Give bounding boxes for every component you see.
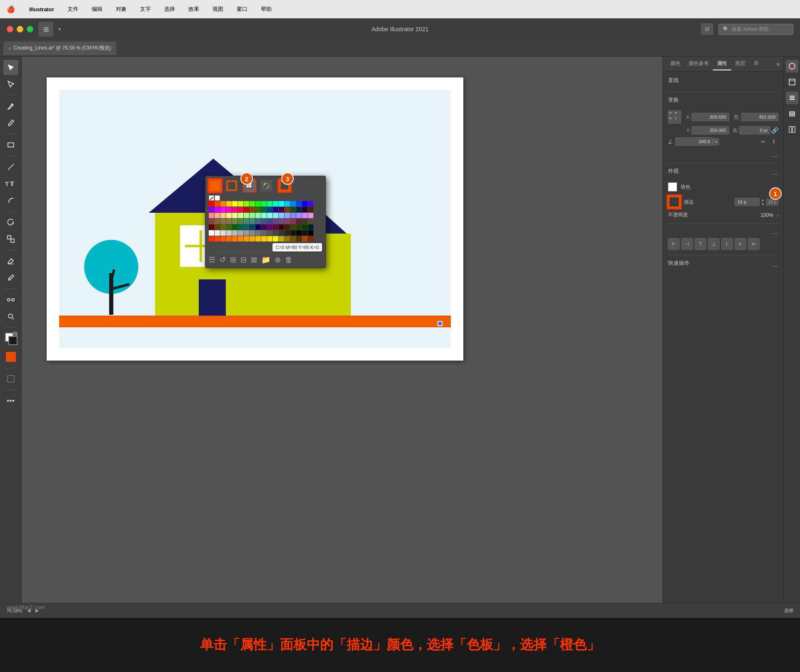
color-cell[interactable] bbox=[273, 213, 278, 218]
rotate-tool[interactable] bbox=[3, 215, 18, 230]
align-right-btn[interactable]: ⊤ bbox=[695, 238, 706, 250]
color-cell[interactable] bbox=[296, 219, 302, 224]
constrain-proportions-icon[interactable]: 🔗 bbox=[771, 127, 778, 134]
app-name[interactable]: Illustrator bbox=[27, 5, 57, 13]
x-input[interactable] bbox=[692, 113, 729, 121]
color-cell[interactable] bbox=[255, 219, 261, 224]
artboard-tool[interactable] bbox=[3, 371, 18, 386]
popup-selected-color-wrapper[interactable]: 3 bbox=[279, 180, 290, 192]
menu-file[interactable]: 文件 bbox=[65, 5, 81, 14]
align-bottom-btn[interactable]: ⊧ bbox=[735, 238, 746, 250]
color-cell[interactable] bbox=[267, 224, 272, 230]
color-cell[interactable] bbox=[244, 219, 249, 224]
color-cell[interactable] bbox=[308, 236, 313, 241]
color-swatches[interactable]: ↕ bbox=[3, 331, 18, 346]
color-cell[interactable] bbox=[285, 207, 290, 212]
swatches-popup[interactable]: 2 3 C=0 M=80 Y=95 K=0 ☰ ↺ ⊞ ⊟ ⊠ 📁 ⊕ 🗑 bbox=[205, 176, 326, 268]
color-cell[interactable] bbox=[226, 201, 232, 207]
color-cell[interactable] bbox=[267, 207, 272, 212]
menu-text[interactable]: 文字 bbox=[138, 5, 153, 14]
color-cell[interactable] bbox=[285, 201, 290, 207]
lib-add-btn[interactable]: ⊞ bbox=[230, 255, 236, 264]
popup-stroke-color[interactable] bbox=[226, 180, 237, 191]
minimize-button[interactable] bbox=[17, 26, 23, 32]
tab-creating-lines[interactable]: × Creating_Lines.ai* @ 76.58 % (CMYK/预览) bbox=[3, 42, 116, 55]
color-cell[interactable] bbox=[232, 230, 238, 236]
align-center-h-btn[interactable]: ⊣ bbox=[681, 238, 693, 250]
color-cell[interactable] bbox=[290, 224, 296, 230]
color-cell[interactable] bbox=[285, 219, 290, 224]
color-cell[interactable] bbox=[220, 230, 226, 236]
color-cell[interactable] bbox=[273, 219, 278, 224]
color-cell[interactable] bbox=[215, 236, 220, 241]
color-cell[interactable] bbox=[209, 219, 214, 224]
menu-effect[interactable]: 效果 bbox=[186, 5, 202, 14]
color-cell[interactable] bbox=[308, 224, 313, 230]
color-cell[interactable] bbox=[267, 213, 272, 218]
color-cell[interactable] bbox=[209, 201, 214, 207]
color-cell[interactable] bbox=[220, 207, 226, 212]
color-cell[interactable] bbox=[209, 224, 214, 230]
color-cell[interactable] bbox=[296, 230, 302, 236]
color-cell[interactable] bbox=[250, 201, 255, 207]
apple-icon[interactable]: 🍎 bbox=[7, 5, 15, 13]
color-cell[interactable] bbox=[302, 207, 308, 212]
zoom-tool[interactable] bbox=[3, 309, 18, 324]
color-cell[interactable] bbox=[244, 230, 249, 236]
panel-toggle-button[interactable]: ⊡ bbox=[701, 23, 713, 35]
color-cell[interactable] bbox=[226, 230, 232, 236]
color-cell[interactable] bbox=[220, 213, 226, 218]
color-cell[interactable] bbox=[308, 219, 313, 224]
tab-layers[interactable]: 图层 bbox=[731, 57, 750, 70]
pen-tool[interactable] bbox=[3, 99, 18, 114]
color-cell[interactable] bbox=[296, 224, 302, 230]
menu-edit[interactable]: 编辑 bbox=[89, 5, 105, 14]
menu-view[interactable]: 视图 bbox=[210, 5, 226, 14]
color-cell[interactable] bbox=[261, 224, 267, 230]
swap-colors[interactable]: ↕ bbox=[12, 332, 18, 337]
search-box[interactable]: 🔍 搜索 Adobe 帮助 bbox=[718, 24, 793, 35]
color-cell[interactable] bbox=[267, 201, 272, 207]
color-cell[interactable] bbox=[273, 201, 278, 207]
lib-folder-btn[interactable]: 📁 bbox=[261, 255, 270, 264]
color-cell[interactable] bbox=[215, 201, 220, 207]
color-cell[interactable] bbox=[215, 219, 220, 224]
artboard-panel-icon[interactable] bbox=[786, 76, 798, 88]
blend-tool[interactable] bbox=[3, 292, 18, 307]
color-cell[interactable] bbox=[302, 236, 308, 241]
menu-object[interactable]: 对象 bbox=[113, 5, 129, 14]
color-cell[interactable] bbox=[308, 230, 313, 236]
color-cell[interactable] bbox=[302, 224, 308, 230]
color-cell[interactable] bbox=[255, 236, 261, 241]
brush-tool[interactable] bbox=[3, 115, 18, 130]
color-cell[interactable] bbox=[279, 224, 284, 230]
tab-close-icon[interactable]: × bbox=[8, 46, 11, 51]
color-cell[interactable] bbox=[232, 236, 238, 241]
eraser-tool[interactable] bbox=[3, 254, 18, 269]
color-cell[interactable] bbox=[209, 207, 214, 212]
color-cell[interactable] bbox=[250, 213, 255, 218]
color-cell[interactable] bbox=[285, 224, 290, 230]
lib-delete-btn[interactable]: 🗑 bbox=[285, 256, 292, 264]
color-cell[interactable] bbox=[255, 213, 261, 218]
lib-remove-btn[interactable]: ⊟ bbox=[240, 255, 247, 264]
color-cell[interactable] bbox=[238, 230, 243, 236]
align-more-btn[interactable]: … bbox=[772, 228, 778, 236]
color-cell[interactable] bbox=[261, 230, 267, 236]
panel-more-tabs[interactable]: » bbox=[776, 60, 780, 68]
color-cell[interactable] bbox=[285, 213, 290, 218]
maximize-button[interactable] bbox=[27, 26, 33, 32]
color-cell[interactable] bbox=[238, 207, 243, 212]
line-segment-tool[interactable] bbox=[3, 159, 18, 174]
color-cell[interactable] bbox=[279, 201, 284, 207]
color-cell[interactable] bbox=[302, 213, 308, 218]
color-cell[interactable] bbox=[255, 207, 261, 212]
color-cell[interactable] bbox=[290, 213, 296, 218]
color-cell[interactable] bbox=[215, 224, 220, 230]
y-input[interactable] bbox=[692, 126, 729, 134]
color-cell[interactable] bbox=[238, 219, 243, 224]
color-cell[interactable] bbox=[273, 230, 278, 236]
properties-panel-icon[interactable] bbox=[786, 92, 798, 104]
color-cell[interactable] bbox=[226, 224, 232, 230]
angle-dropdown[interactable]: ▾ bbox=[713, 138, 719, 145]
